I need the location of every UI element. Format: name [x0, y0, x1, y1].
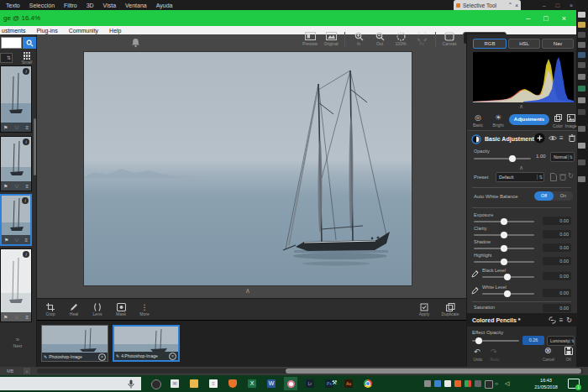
taskbar-app-word[interactable]: W [267, 379, 276, 388]
ps-panel-icon[interactable] [578, 143, 585, 149]
canvas-button[interactable]: Canvas [442, 31, 457, 46]
taskbar-app-cortana[interactable] [151, 379, 161, 389]
highlight-slider-thumb[interactable] [501, 259, 507, 265]
info-icon[interactable]: i [22, 197, 29, 204]
flag-icon[interactable]: ⚑ [4, 237, 8, 243]
microphone-icon[interactable] [128, 379, 134, 389]
taskbar-app-lightroom[interactable]: Lr [306, 379, 314, 388]
lens-tool[interactable]: Lens [89, 302, 106, 316]
ps-panel-icon[interactable] [578, 12, 585, 18]
tab-hsl[interactable]: HSL [508, 39, 540, 49]
menu-plugins[interactable]: Plug-ins [36, 28, 57, 34]
browser-thumbnail[interactable]: i ⚑ ♡ ≡ [0, 136, 32, 191]
effect-opacity-slider[interactable] [472, 340, 519, 342]
white-level-slider[interactable] [482, 293, 534, 295]
duplicate-button[interactable]: Duplicate [439, 302, 461, 316]
like-icon[interactable]: ♡ [14, 124, 18, 130]
clarity-value[interactable]: 0.00 [543, 230, 571, 238]
thumb-menu-icon[interactable]: ≡ [25, 125, 29, 130]
taskbar-app-audition[interactable]: Au [344, 379, 353, 388]
action-center-icon[interactable]: 1 [568, 379, 580, 389]
histogram-collapse-icon[interactable]: ∧ [519, 103, 523, 110]
ok-save-icon[interactable] [564, 347, 573, 355]
add-adjustment-button[interactable] [534, 133, 545, 144]
browser-thumbnail[interactable]: i ⚑ ♡ ≡ [0, 65, 32, 133]
info-icon[interactable]: i [23, 251, 29, 258]
thumb-menu-icon[interactable]: ≡ [24, 238, 28, 243]
opacity-slider[interactable] [474, 158, 531, 159]
ps-panel-icon[interactable] [578, 176, 585, 182]
selective-tool-window[interactable]: Selective Tool ⌃ × [454, 0, 521, 10]
shadow-slider[interactable] [474, 248, 534, 249]
search-button[interactable] [23, 37, 36, 49]
tab-rgb[interactable]: RGB [473, 39, 507, 49]
original-button[interactable]: Original [323, 31, 339, 46]
plugin-minimize-icon[interactable]: – [526, 14, 530, 23]
plugin-maximize-icon[interactable]: □ [543, 14, 548, 23]
white-level-slider-thumb[interactable] [504, 290, 511, 297]
taskbar-app-active-on1[interactable] [284, 377, 297, 390]
exposure-slider[interactable] [474, 221, 534, 222]
flag-icon[interactable]: ⚑ [3, 124, 8, 130]
flag-icon[interactable]: ⚑ [3, 314, 8, 320]
black-level-slider[interactable] [482, 276, 534, 278]
taskbar-app-excel[interactable]: X [248, 379, 256, 388]
shadow-value[interactable]: 0.00 [543, 243, 571, 252]
filmstrip-thumbnail[interactable]: ✎ Photoshop-Image × [41, 325, 108, 362]
menu-ayuda[interactable]: Ayuda [156, 3, 173, 8]
tray-icon[interactable] [465, 380, 471, 387]
menu-texto[interactable]: Texto [6, 3, 20, 8]
effect-opacity-value-selected[interactable]: 0.26 [522, 336, 544, 345]
ps-panel-icon[interactable] [578, 86, 585, 91]
info-icon[interactable]: i [23, 68, 29, 75]
save-preset-icon[interactable] [550, 173, 557, 181]
filter-bright[interactable]: ☀ Bright [489, 113, 507, 128]
fit-button[interactable]: Fit [414, 31, 429, 46]
undo-icon[interactable]: ↶ [474, 348, 480, 356]
filmstrip-thumbnail-selected[interactable]: ✎ 4.Photoshop-Image × [113, 325, 180, 362]
selective-tool-collapse-icon[interactable]: ⌃ [508, 2, 512, 8]
like-icon[interactable]: ♡ [14, 183, 18, 189]
search-input[interactable] [1, 37, 22, 49]
info-icon[interactable]: i [23, 139, 29, 145]
filter-image[interactable]: Image [564, 113, 577, 128]
menu-help[interactable]: Help [109, 28, 121, 34]
thumb-menu-icon[interactable]: ≡ [25, 315, 29, 320]
highlight-slider[interactable] [474, 261, 534, 263]
awb-toggle[interactable]: Off On [534, 191, 573, 201]
filmstrip-collapse-icon[interactable]: ∧ [245, 287, 250, 295]
exposure-value[interactable]: 0.00 [543, 217, 571, 225]
ps-panel-icon[interactable] [578, 97, 585, 103]
ps-panel-icon[interactable] [578, 62, 585, 68]
browser-thumbnail[interactable]: i ⚑ ♡ ≡ [0, 248, 32, 322]
minimize-icon[interactable]: – [543, 3, 546, 8]
zoom-in-button[interactable]: In [351, 31, 366, 46]
saturation-value[interactable]: 0.00 [543, 304, 571, 312]
tray-icon[interactable] [424, 380, 431, 387]
ps-panel-icon[interactable] [578, 22, 585, 28]
ps-panel-icon[interactable] [578, 159, 585, 165]
black-eyedropper-icon[interactable] [471, 269, 479, 278]
preset-dropdown[interactable]: Default ⇅ [496, 172, 544, 182]
taskbar-clock[interactable]: 16:43 21/05/2018 [529, 377, 563, 390]
awb-off-option[interactable]: Off [534, 191, 554, 201]
close-icon[interactable]: × [570, 3, 573, 8]
browser-thumbnail-selected[interactable]: i ⚑ ♡ ≡ [0, 194, 32, 246]
heal-tool[interactable]: Heal [66, 302, 82, 316]
scroll-right-arrow[interactable]: › [24, 368, 30, 374]
delete-trash-icon[interactable] [569, 134, 575, 142]
menu-vista[interactable]: Vista [103, 3, 116, 8]
pane-menu-icon[interactable]: ≡ [559, 134, 564, 142]
preview-button[interactable]: Preview [302, 31, 318, 46]
effect-link-icon[interactable] [549, 316, 556, 324]
taskbar-app-mail[interactable]: ✉ [171, 379, 179, 388]
cancel-icon[interactable]: ⊗ [544, 347, 551, 355]
ps-panel-icon[interactable] [578, 74, 585, 80]
plugin-close-icon[interactable]: × [562, 14, 566, 23]
ps-panel-icon[interactable] [578, 126, 585, 132]
menu-adjustments[interactable]: ustments [2, 28, 25, 34]
tray-icon[interactable] [444, 380, 451, 387]
taskbar-app-explorer[interactable] [190, 379, 198, 388]
ps-panel-icon[interactable] [578, 52, 585, 58]
menu-ventana[interactable]: Ventana [125, 3, 147, 8]
